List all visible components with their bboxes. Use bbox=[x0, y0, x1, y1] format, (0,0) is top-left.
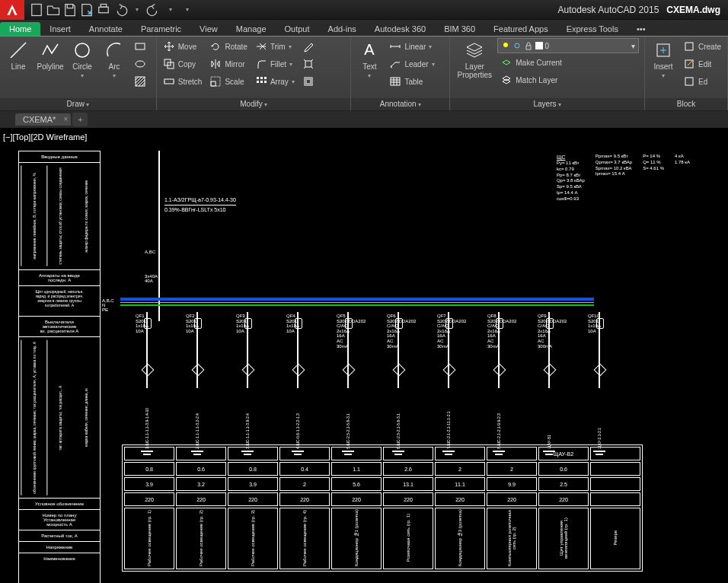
panel-modify: Move Copy Stretch Rotate Mirror Scale Tr… bbox=[157, 37, 352, 110]
file-name: CXEMA.dwg bbox=[666, 5, 720, 15]
side-h2: Аппараты на вводе последн. А bbox=[19, 270, 100, 286]
leader-button[interactable]: Leader bbox=[386, 56, 437, 72]
hatch-icon[interactable] bbox=[131, 73, 149, 90]
save-icon[interactable] bbox=[62, 2, 78, 18]
panel-annotation-title[interactable]: Annotation bbox=[351, 98, 449, 110]
new-icon[interactable] bbox=[29, 2, 44, 18]
tab-express-tools[interactable]: Express Tools bbox=[557, 22, 627, 36]
panel-block-title[interactable]: Block bbox=[645, 98, 727, 110]
add-tab-button[interactable]: + bbox=[72, 113, 88, 126]
open-icon[interactable] bbox=[46, 2, 61, 18]
breaker-QF8: QF8S202/DDA202C/AC2x16A16AAC30mA 8.ШС-2.… bbox=[474, 312, 524, 457]
svg-line-3 bbox=[11, 43, 26, 58]
svg-rect-10 bbox=[164, 79, 174, 84]
breaker-QF6: QF6S202/DDA202C/AC2x16A16AAC30mA 6.ШС-2.… bbox=[373, 312, 423, 457]
ribbon-tabs: HomeInsertAnnotateParametricViewManageOu… bbox=[0, 20, 728, 37]
plot-icon[interactable] bbox=[96, 2, 111, 18]
svg-rect-28 bbox=[685, 43, 693, 50]
undo-icon[interactable] bbox=[113, 2, 128, 18]
titlebar: Autodesk AutoCAD 2015 CXEMA.dwg bbox=[0, 0, 728, 20]
svg-rect-1 bbox=[99, 7, 109, 13]
tab-output[interactable]: Output bbox=[276, 22, 319, 36]
layer-combo[interactable]: 0 ▾ bbox=[497, 38, 639, 53]
tab-overflow[interactable]: ••• bbox=[627, 22, 655, 36]
make-current-button[interactable]: Make Current bbox=[497, 54, 641, 71]
tab-autodesk-360[interactable]: Autodesk 360 bbox=[366, 22, 435, 36]
layer-properties-button[interactable]: Layer Properties bbox=[453, 38, 496, 81]
linear-button[interactable]: Linear bbox=[386, 38, 437, 55]
svg-point-6 bbox=[136, 61, 145, 67]
create-block-button[interactable]: Create bbox=[680, 38, 724, 55]
panel-draw: Line Polyline Circle Arc Draw bbox=[0, 37, 157, 110]
sun-icon bbox=[512, 41, 522, 50]
tab-add-ins[interactable]: Add-ins bbox=[319, 22, 366, 36]
explode-icon[interactable] bbox=[299, 56, 318, 72]
undo-dropdown[interactable] bbox=[129, 2, 145, 18]
rotate-button[interactable]: Rotate bbox=[206, 38, 250, 55]
edit-attr-button[interactable]: Ed bbox=[680, 73, 724, 90]
panel-layers-title[interactable]: Layers bbox=[450, 98, 644, 110]
redo-dropdown[interactable] bbox=[163, 2, 178, 18]
app-logo[interactable] bbox=[0, 0, 24, 20]
quick-access-toolbar bbox=[29, 2, 195, 18]
tab-manage[interactable]: Manage bbox=[227, 22, 276, 36]
saveas-icon[interactable] bbox=[79, 2, 94, 18]
array-button[interactable]: Array bbox=[252, 73, 298, 90]
side-h9: Наименование bbox=[19, 553, 100, 583]
breaker-QF2: QF2S2011x10A10A 2.ШС-1.1-1.1-3.2-2.4 bbox=[172, 312, 222, 457]
panel-draw-title[interactable]: Draw bbox=[0, 98, 156, 110]
trim-button[interactable]: Trim bbox=[252, 38, 298, 55]
stretch-button[interactable]: Stretch bbox=[160, 73, 206, 90]
text-button[interactable]: AText bbox=[354, 38, 385, 81]
panel-modify-title[interactable]: Modify bbox=[157, 98, 351, 110]
offset-icon[interactable] bbox=[299, 73, 318, 90]
qat-customize[interactable] bbox=[180, 2, 195, 18]
feeder-line bbox=[158, 151, 160, 321]
tab-home[interactable]: Home bbox=[0, 22, 40, 36]
svg-rect-19 bbox=[305, 61, 311, 67]
copy-button[interactable]: Copy bbox=[160, 56, 206, 72]
line-button[interactable]: Line bbox=[3, 38, 34, 72]
move-button[interactable]: Move bbox=[160, 38, 206, 55]
svg-rect-16 bbox=[257, 81, 259, 83]
tab-bim-360[interactable]: BIM 360 bbox=[435, 22, 484, 36]
rectangle-icon[interactable] bbox=[131, 38, 149, 55]
erase-icon[interactable] bbox=[299, 38, 318, 55]
breaker-QF9: QF9S202/DDA202C/AC2x16A16AAC300mA ЩАУ-В1 bbox=[524, 312, 574, 457]
polyline-button[interactable]: Polyline bbox=[35, 38, 65, 72]
close-icon[interactable]: × bbox=[64, 115, 69, 123]
tab-insert[interactable]: Insert bbox=[40, 22, 80, 36]
feeder-phase: A,BC bbox=[145, 250, 155, 254]
svg-text:A: A bbox=[365, 41, 375, 58]
mirror-button[interactable]: Mirror bbox=[206, 56, 250, 72]
viewport[interactable]: [−][Top][2D Wireframe] Вводные данные на… bbox=[0, 128, 728, 583]
svg-rect-13 bbox=[257, 77, 259, 79]
side-h6: Номер по плану Установленная мощность А bbox=[19, 510, 100, 530]
breaker-QF3: QF3S2011x10A10A 3.ШС-1.1-1.1-3.9-2.4 bbox=[222, 312, 273, 457]
ellipse-icon[interactable] bbox=[131, 56, 149, 72]
file-tab[interactable]: CXEMA*× bbox=[15, 113, 71, 126]
breaker-QF1: QF1S2011x10A10A 1.ШС-1.1-1.1-3.9-1.4-10 bbox=[122, 312, 172, 457]
tab-view[interactable]: View bbox=[190, 22, 227, 36]
redo-icon[interactable] bbox=[146, 2, 161, 18]
table-button[interactable]: Table bbox=[386, 73, 437, 90]
tab-annotate[interactable]: Annotate bbox=[80, 22, 132, 36]
tab-featured-apps[interactable]: Featured Apps bbox=[484, 22, 557, 36]
svg-point-25 bbox=[515, 43, 519, 48]
breaker-QF10: QF10S2011x10A10A ЩКУ-2.1-2.1 bbox=[574, 312, 624, 457]
tab-parametric[interactable]: Parametric bbox=[132, 22, 190, 36]
match-layer-button[interactable]: Match Layer bbox=[497, 72, 641, 88]
circle-button[interactable]: Circle bbox=[67, 38, 97, 81]
feeder-label: 1.1-АЗ/2ГРЩ-а7-0.93-14.4-30 0.39%-ВВГнг-… bbox=[164, 196, 236, 214]
side-h8: Напряжение bbox=[19, 542, 100, 553]
arc-button[interactable]: Arc bbox=[99, 38, 129, 81]
scale-button[interactable]: Scale bbox=[206, 73, 250, 90]
feeder-rating: 3x40A 40A bbox=[145, 274, 158, 283]
bus-bars: A,B,C N PE bbox=[102, 297, 594, 306]
svg-rect-2 bbox=[101, 4, 107, 7]
svg-rect-15 bbox=[264, 77, 267, 79]
edit-block-button[interactable]: Edit bbox=[680, 56, 724, 72]
svg-point-24 bbox=[503, 43, 508, 47]
insert-block-button[interactable]: Insert bbox=[648, 38, 679, 81]
fillet-button[interactable]: Fillet bbox=[252, 56, 298, 72]
